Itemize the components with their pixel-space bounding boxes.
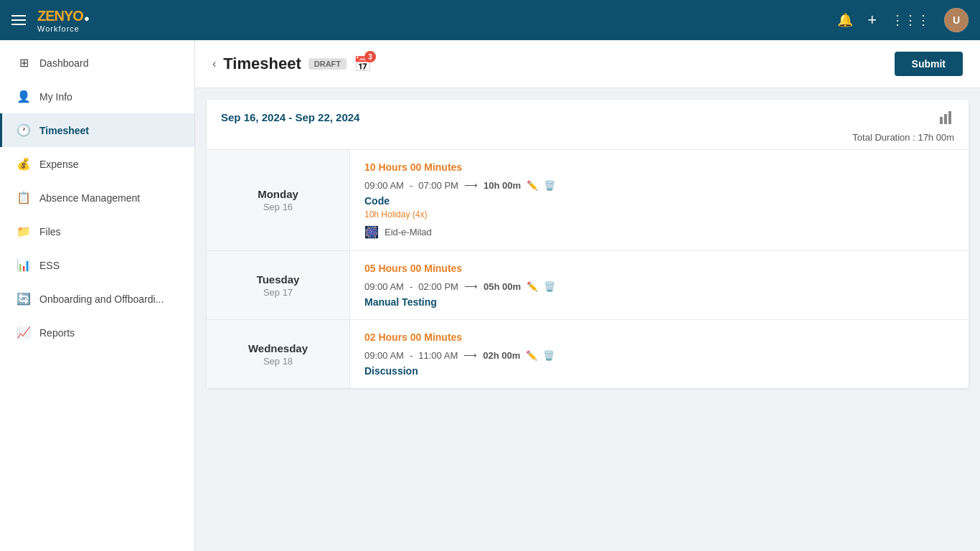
- app-logo: ZENYO ● Workforce: [37, 8, 90, 33]
- holiday-name: Eid-e-Milad: [385, 227, 432, 237]
- sidebar-item-ess[interactable]: 📊 ESS: [0, 248, 194, 282]
- svg-rect-2: [948, 111, 951, 124]
- sidebar-label-onboarding: Onboarding and Offboardi...: [39, 293, 164, 305]
- sidebar-item-myinfo[interactable]: 👤 My Info: [0, 80, 194, 113]
- entry-holiday: 10h Holiday (4x): [364, 209, 954, 220]
- onboarding-icon: 🔄: [17, 292, 31, 306]
- entry-duration: 02h 00m: [483, 350, 520, 361]
- sidebar-label-files: Files: [39, 226, 61, 237]
- entry-time-row: 09:00 AM - 07:00 PM ⟶ 10h 00m ✏️ 🗑️: [364, 180, 954, 191]
- entry-separator: -: [410, 180, 413, 191]
- delete-icon[interactable]: 🗑️: [543, 350, 555, 361]
- back-button[interactable]: ‹: [212, 57, 216, 70]
- timesheet-container: Sep 16, 2024 - Sep 22, 2024 Total Durati…: [207, 100, 969, 388]
- entry-code: Code: [364, 195, 954, 207]
- notification-icon[interactable]: 🔔: [837, 12, 853, 28]
- svg-rect-1: [944, 114, 947, 124]
- main-content: ‹ Timesheet DRAFT 📅 3 Submit Sep 16, 202…: [195, 40, 980, 551]
- grid-icon[interactable]: ⋮⋮⋮: [891, 12, 930, 28]
- hamburger-menu[interactable]: [11, 15, 26, 25]
- sidebar: ⊞ Dashboard 👤 My Info 🕐 Timesheet 💰 Expe…: [0, 40, 195, 551]
- day-date: Sep 17: [263, 287, 293, 298]
- day-cell-tuesday: Tuesday Sep 17: [207, 251, 350, 319]
- sidebar-label-reports: Reports: [39, 327, 75, 339]
- entry-separator: -: [410, 281, 413, 292]
- sidebar-item-files[interactable]: 📁 Files: [0, 215, 194, 248]
- entry-project: Discussion: [364, 365, 954, 377]
- entries-cell-tuesday: 05 Hours 00 Minutes 09:00 AM - 02:00 PM …: [350, 251, 969, 319]
- entry-end: 02:00 PM: [418, 281, 458, 292]
- page-header-left: ‹ Timesheet DRAFT 📅 3: [212, 55, 372, 73]
- entry-end: 07:00 PM: [418, 180, 458, 191]
- day-date: Sep 18: [263, 356, 293, 367]
- delete-icon[interactable]: 🗑️: [544, 281, 555, 292]
- draft-badge: DRAFT: [308, 58, 347, 70]
- total-duration: Total Duration : 17h 00m: [852, 132, 954, 143]
- edit-icon[interactable]: ✏️: [527, 180, 538, 191]
- entry-start: 09:00 AM: [364, 281, 404, 292]
- chart-icon[interactable]: [852, 111, 954, 128]
- timesheet-icon: 🕐: [17, 123, 31, 137]
- submit-button[interactable]: Submit: [895, 52, 963, 76]
- entry-duration: 05h 00m: [484, 281, 521, 292]
- absence-icon: 📋: [17, 191, 31, 204]
- entry-hours: 10 Hours 00 Minutes: [364, 161, 954, 173]
- add-icon[interactable]: +: [867, 11, 877, 29]
- entry-project: Manual Testing: [364, 296, 954, 308]
- week-header-right: Total Duration : 17h 00m: [852, 111, 954, 143]
- holiday-icon: 🎆: [364, 225, 379, 239]
- myinfo-icon: 👤: [17, 90, 31, 103]
- page-header: ‹ Timesheet DRAFT 📅 3 Submit: [195, 40, 980, 88]
- topnav-right: 🔔 + ⋮⋮⋮ U: [837, 8, 969, 32]
- table-row: Wednesday Sep 18 02 Hours 00 Minutes 09:…: [207, 320, 969, 388]
- table-row: Monday Sep 16 10 Hours 00 Minutes 09:00 …: [207, 150, 969, 251]
- sidebar-label-dashboard: Dashboard: [39, 57, 89, 69]
- main-layout: ⊞ Dashboard 👤 My Info 🕐 Timesheet 💰 Expe…: [0, 40, 980, 551]
- week-range: Sep 16, 2024 - Sep 22, 2024: [221, 111, 359, 123]
- entry-start: 09:00 AM: [364, 350, 404, 361]
- edit-icon[interactable]: ✏️: [527, 281, 538, 292]
- day-date: Sep 16: [263, 202, 293, 212]
- entry-end: 11:00 AM: [418, 350, 458, 361]
- svg-rect-0: [940, 117, 943, 124]
- calendar-badge-icon[interactable]: 📅 3: [354, 55, 372, 72]
- sidebar-label-absence: Absence Management: [39, 192, 140, 204]
- topnav-left: ZENYO ● Workforce: [11, 8, 90, 33]
- table-row: Tuesday Sep 17 05 Hours 00 Minutes 09:00…: [207, 251, 969, 320]
- sidebar-item-dashboard[interactable]: ⊞ Dashboard: [0, 46, 194, 80]
- entry-time-row: 09:00 AM - 11:00 AM ⟶ 02h 00m ✏️ 🗑️: [364, 350, 954, 361]
- sidebar-label-timesheet: Timesheet: [39, 125, 89, 136]
- expense-icon: 💰: [17, 157, 31, 171]
- files-icon: 📁: [17, 225, 31, 238]
- sidebar-item-onboarding[interactable]: 🔄 Onboarding and Offboardi...: [0, 282, 194, 316]
- day-name: Monday: [258, 188, 298, 200]
- dashboard-icon: ⊞: [17, 56, 31, 70]
- badge-count: 3: [364, 51, 376, 62]
- day-name: Tuesday: [257, 273, 300, 286]
- sidebar-item-timesheet[interactable]: 🕐 Timesheet: [0, 113, 194, 147]
- delete-icon[interactable]: 🗑️: [544, 180, 555, 191]
- ess-icon: 📊: [17, 258, 31, 272]
- entry-start: 09:00 AM: [364, 180, 404, 191]
- sidebar-item-expense[interactable]: 💰 Expense: [0, 147, 194, 181]
- entry-hours: 02 Hours 00 Minutes: [364, 331, 954, 343]
- entry-arrow: ⟶: [464, 180, 478, 191]
- week-header: Sep 16, 2024 - Sep 22, 2024 Total Durati…: [207, 100, 969, 150]
- entry-hours: 05 Hours 00 Minutes: [364, 263, 954, 274]
- edit-icon[interactable]: ✏️: [526, 350, 537, 361]
- day-name: Wednesday: [248, 342, 308, 354]
- reports-icon: 📈: [17, 326, 31, 339]
- sidebar-item-absence[interactable]: 📋 Absence Management: [0, 181, 194, 215]
- entry-time-row: 09:00 AM - 02:00 PM ⟶ 05h 00m ✏️ 🗑️: [364, 281, 954, 292]
- day-cell-monday: Monday Sep 16: [207, 150, 350, 250]
- entries-cell-monday: 10 Hours 00 Minutes 09:00 AM - 07:00 PM …: [350, 150, 969, 250]
- entry-duration: 10h 00m: [484, 180, 521, 191]
- sidebar-item-reports[interactable]: 📈 Reports: [0, 316, 194, 349]
- entry-arrow: ⟶: [463, 350, 477, 361]
- sidebar-label-ess: ESS: [39, 260, 60, 271]
- entries-cell-wednesday: 02 Hours 00 Minutes 09:00 AM - 11:00 AM …: [350, 320, 969, 388]
- user-avatar[interactable]: U: [944, 8, 969, 32]
- entry-arrow: ⟶: [464, 281, 478, 292]
- sidebar-label-myinfo: My Info: [39, 91, 72, 103]
- page-title: Timesheet: [223, 55, 301, 73]
